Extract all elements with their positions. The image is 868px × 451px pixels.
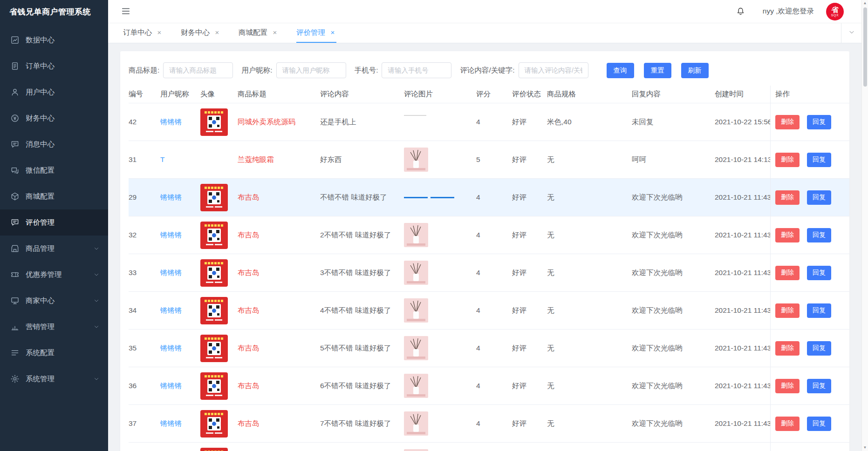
user-greeting[interactable]: nyy ,欢迎您登录 bbox=[763, 7, 814, 16]
nickname-link[interactable]: 锵锵锵 bbox=[160, 117, 182, 127]
query-button[interactable]: 查询 bbox=[607, 63, 634, 78]
product-title-link[interactable]: 兰蔻纯眼霜 bbox=[238, 155, 274, 165]
user-avatar[interactable] bbox=[200, 448, 228, 451]
user-avatar[interactable] bbox=[200, 410, 228, 438]
tabs-expand-button[interactable] bbox=[841, 23, 861, 43]
refresh-button[interactable]: 刷新 bbox=[681, 63, 709, 78]
comment-image[interactable] bbox=[404, 411, 428, 436]
tab[interactable]: 财务中心 × bbox=[181, 23, 221, 43]
tab[interactable]: 订单中心 × bbox=[123, 23, 163, 43]
sidebar-item[interactable]: 商城配置 bbox=[0, 183, 108, 209]
scrollbar-down-arrow[interactable]: ▼ bbox=[863, 444, 867, 451]
nickname-link[interactable]: 锵锵锵 bbox=[160, 193, 182, 202]
delete-button[interactable]: 删除 bbox=[775, 379, 800, 393]
sidebar-item[interactable]: 系统管理 bbox=[0, 366, 108, 392]
reply-button[interactable]: 回复 bbox=[807, 303, 831, 318]
user-avatar[interactable] bbox=[200, 297, 228, 324]
sidebar-item[interactable]: 评价管理 bbox=[0, 209, 108, 236]
nickname-link[interactable]: 锵锵锵 bbox=[160, 419, 182, 429]
comment-image[interactable] bbox=[404, 336, 428, 360]
reply-button[interactable]: 回复 bbox=[807, 341, 831, 356]
reviews-table: 编号用户昵称头像商品标题评论内容评论图片评分评价状态商品规格回复内容创建时间操作… bbox=[129, 86, 849, 451]
comment-image[interactable] bbox=[404, 449, 428, 451]
filter-input[interactable] bbox=[519, 62, 588, 78]
sidebar-item[interactable]: 用户中心 bbox=[0, 79, 108, 105]
reply-button[interactable]: 回复 bbox=[807, 266, 831, 280]
image-loading-placeholder bbox=[404, 197, 454, 198]
reply-button[interactable]: 回复 bbox=[807, 153, 831, 167]
product-title-link[interactable]: 布吉岛 bbox=[238, 268, 260, 278]
nickname-link[interactable]: 锵锵锵 bbox=[160, 306, 182, 316]
delete-button[interactable]: 删除 bbox=[775, 115, 800, 129]
product-title-link[interactable]: 同城外卖系统源码 bbox=[238, 117, 295, 127]
delete-button[interactable]: 删除 bbox=[775, 303, 800, 318]
nickname-link[interactable]: 锵锵锵 bbox=[160, 268, 182, 278]
tab-close-icon[interactable]: × bbox=[329, 29, 336, 36]
sidebar-item[interactable]: 商家中心 bbox=[0, 288, 108, 314]
sidebar-item[interactable]: 营销管理 bbox=[0, 314, 108, 340]
comment-image[interactable] bbox=[404, 223, 428, 247]
user-avatar[interactable] bbox=[200, 335, 228, 362]
user-avatar[interactable] bbox=[200, 146, 228, 174]
cell-score: 4 bbox=[476, 405, 512, 442]
sidebar-item-label: 系统管理 bbox=[26, 374, 93, 384]
comment-image[interactable] bbox=[404, 374, 428, 398]
user-avatar[interactable] bbox=[200, 259, 228, 287]
nickname-link[interactable]: 锵锵锵 bbox=[160, 343, 182, 353]
sidebar-item[interactable]: 订单中心 bbox=[0, 53, 108, 79]
cell-status: 好评 bbox=[512, 141, 547, 178]
user-avatar[interactable] bbox=[200, 108, 228, 136]
reply-button[interactable]: 回复 bbox=[807, 228, 831, 242]
reply-button[interactable]: 回复 bbox=[807, 379, 831, 393]
brand-avatar[interactable]: 省 SQX bbox=[826, 3, 844, 20]
product-title-link[interactable]: 布吉岛 bbox=[238, 343, 260, 353]
sidebar-item[interactable]: 财务中心 bbox=[0, 105, 108, 131]
reset-button[interactable]: 重置 bbox=[644, 63, 671, 78]
product-title-link[interactable]: 布吉岛 bbox=[238, 306, 260, 316]
filter-input[interactable] bbox=[276, 62, 346, 78]
user-avatar[interactable] bbox=[200, 184, 228, 211]
sidebar-item[interactable]: 优惠券管理 bbox=[0, 262, 108, 288]
sidebar-item[interactable]: 数据中心 bbox=[0, 27, 108, 53]
hamburger-menu-icon[interactable] bbox=[121, 6, 132, 17]
delete-button[interactable]: 删除 bbox=[775, 228, 800, 242]
tab-close-icon[interactable]: × bbox=[213, 29, 221, 36]
filter-input[interactable] bbox=[163, 62, 233, 78]
reply-button[interactable]: 回复 bbox=[807, 115, 831, 129]
tab[interactable]: 商城配置 × bbox=[239, 23, 279, 43]
sidebar-item[interactable]: 消息中心 bbox=[0, 131, 108, 157]
user-avatar[interactable] bbox=[200, 222, 228, 249]
sidebar-item[interactable]: 商品管理 bbox=[0, 236, 108, 262]
delete-button[interactable]: 删除 bbox=[775, 190, 800, 205]
nickname-link[interactable]: 锵锵锵 bbox=[160, 381, 182, 391]
comment-image[interactable] bbox=[404, 298, 428, 323]
comment-image[interactable] bbox=[404, 148, 428, 172]
product-title-link[interactable]: 布吉岛 bbox=[238, 419, 260, 429]
sidebar-item[interactable]: 微信配置 bbox=[0, 157, 108, 183]
cell-reply bbox=[632, 443, 715, 451]
delete-button[interactable]: 删除 bbox=[775, 153, 800, 167]
scrollbar-thumb[interactable] bbox=[863, 7, 867, 87]
tab[interactable]: 评价管理 × bbox=[296, 23, 336, 43]
comment-image[interactable] bbox=[404, 261, 428, 285]
user-avatar[interactable] bbox=[200, 372, 228, 400]
notification-bell-icon[interactable] bbox=[736, 7, 746, 17]
product-title-link[interactable]: 布吉岛 bbox=[238, 193, 260, 202]
sidebar-item[interactable]: 系统配置 bbox=[0, 340, 108, 366]
delete-button[interactable]: 删除 bbox=[775, 417, 800, 431]
nickname-link[interactable]: T bbox=[160, 155, 164, 164]
scrollbar-up-arrow[interactable]: ▲ bbox=[863, 0, 867, 7]
delete-button[interactable]: 删除 bbox=[775, 341, 800, 356]
vertical-scrollbar[interactable]: ▲ ▼ bbox=[861, 0, 868, 451]
tab-close-icon[interactable]: × bbox=[156, 29, 163, 36]
tab-bar: 订单中心 × 财务中心 × 商城配置 × 评价管理 × bbox=[108, 23, 861, 43]
delete-button[interactable]: 删除 bbox=[775, 266, 800, 280]
filter-input[interactable] bbox=[382, 62, 451, 78]
product-title-link[interactable]: 布吉岛 bbox=[238, 230, 260, 240]
reply-button[interactable]: 回复 bbox=[807, 417, 831, 431]
product-title-link[interactable]: 布吉岛 bbox=[238, 381, 260, 391]
reply-button[interactable]: 回复 bbox=[807, 190, 831, 205]
sidebar-item-label: 用户中心 bbox=[26, 88, 100, 97]
tab-close-icon[interactable]: × bbox=[271, 29, 279, 36]
nickname-link[interactable]: 锵锵锵 bbox=[160, 230, 182, 240]
